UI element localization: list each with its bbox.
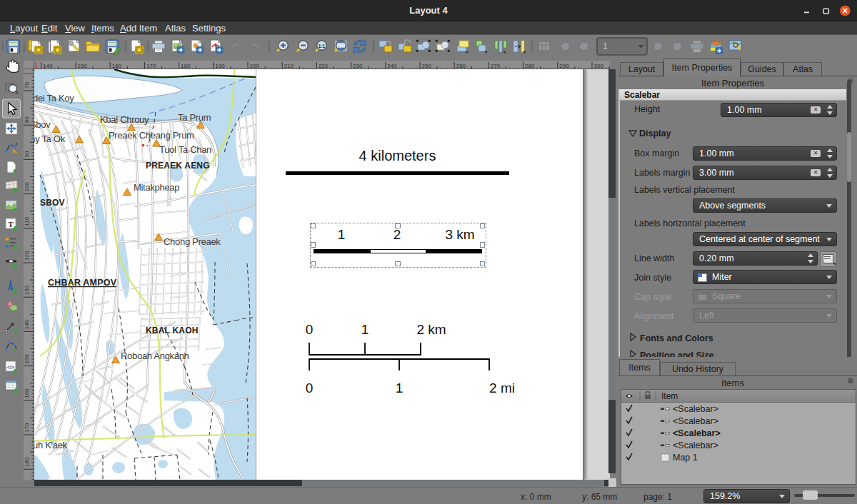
svg-text:260: 260 [456,63,466,69]
svg-text:T: T [8,220,14,228]
svg-text:Item: Item [661,391,678,401]
svg-text:90: 90 [24,151,30,157]
svg-text:300: 300 [594,63,604,69]
svg-text:140: 140 [24,320,30,330]
svg-text:190: 190 [215,63,225,69]
svg-text:Map 1: Map 1 [673,453,698,463]
svg-text:170: 170 [146,63,156,69]
svg-text:KBAL KAOH: KBAL KAOH [146,326,199,336]
svg-text:180: 180 [181,63,191,69]
svg-text:110: 110 [24,216,30,226]
svg-text:230: 230 [353,63,363,69]
svg-text:80: 80 [24,116,30,123]
svg-text:270: 270 [491,63,501,69]
svg-text:200: 200 [250,63,260,69]
svg-text:250: 250 [422,63,432,69]
svg-text:1:1: 1:1 [319,44,326,49]
svg-text:Roboah Angkanh: Roboah Angkanh [121,351,189,361]
svg-text:<Scalebar>: <Scalebar> [673,404,718,414]
svg-text:120: 120 [24,251,30,261]
svg-text:<Scalebar>: <Scalebar> [673,428,721,438]
svg-text:uh K'aek: uh K'aek [34,440,68,450]
svg-text:Preaek Cheang Prum: Preaek Cheang Prum [109,130,194,141]
svg-text:SBOV: SBOV [40,198,65,208]
svg-text:160: 160 [112,63,122,69]
svg-text:150: 150 [24,354,30,364]
svg-text:<Scalebar>: <Scalebar> [673,416,718,426]
svg-text:170: 170 [24,423,30,433]
svg-text:Kbal Chrouy: Kbal Chrouy [100,114,149,125]
svg-text:220: 220 [319,63,329,69]
svg-text:160: 160 [24,388,30,398]
svg-text:Mitakpheap: Mitakpheap [134,182,179,193]
svg-text:Ta Prum: Ta Prum [178,112,211,123]
svg-text:70: 70 [24,82,30,89]
svg-text:150: 150 [78,63,88,69]
svg-text:Sbov: Sbov [34,119,51,130]
svg-text:290: 290 [559,63,569,69]
svg-text:Chong Preaek: Chong Preaek [164,236,221,247]
svg-text:CHBAR AMPOV: CHBAR AMPOV [48,278,117,288]
svg-text:180: 180 [24,457,30,467]
svg-text:vay Ta Ok: vay Ta Ok [34,133,66,144]
svg-text:280: 280 [525,63,535,69]
svg-text:240: 240 [387,63,397,69]
svg-text:1: 1 [603,41,608,51]
svg-text:140: 140 [43,63,53,69]
svg-text:130: 130 [24,285,30,295]
svg-text:<Scalebar>: <Scalebar> [673,440,718,450]
svg-text:210: 210 [284,63,294,69]
svg-text:</>: </> [7,365,14,370]
svg-text:PREAEK AENG: PREAEK AENG [146,161,210,171]
svg-text:dei Ta Koy: dei Ta Koy [34,93,74,104]
svg-text:Tuol Ta Chan: Tuol Ta Chan [159,144,211,155]
svg-text:100: 100 [24,182,30,192]
